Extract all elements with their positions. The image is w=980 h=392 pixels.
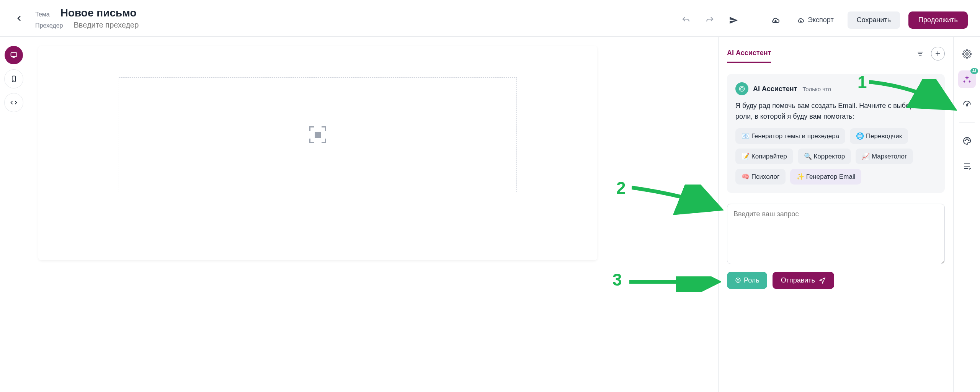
subject-block: Тема Новое письмо Прехедер	[35, 7, 227, 29]
assistant-name: AI Ассистент	[753, 85, 797, 93]
tab-ai-assistant[interactable]: AI Ассистент	[727, 44, 771, 63]
notes-button[interactable]	[958, 157, 976, 175]
svg-point-7	[966, 105, 968, 106]
role-chip-list: 📧 Генератор темы и прехедера 🌐 Переводчи…	[735, 128, 936, 185]
view-desktop-button[interactable]	[5, 46, 23, 64]
placeholder-icon	[309, 126, 326, 143]
back-button[interactable]	[12, 11, 26, 25]
role-button-label: Роль	[744, 276, 760, 284]
continue-button[interactable]: Продолжить	[908, 11, 968, 29]
cloud-upload-button[interactable]	[768, 13, 783, 28]
svg-point-9	[967, 139, 967, 140]
prompt-input[interactable]	[727, 204, 945, 264]
message-time: Только что	[802, 86, 831, 92]
role-chip-proofreader[interactable]: 🔍 Корректор	[798, 149, 851, 164]
svg-point-8	[965, 140, 965, 141]
role-chip-psychologist[interactable]: 🧠 Психолог	[735, 169, 786, 185]
role-chip-translator[interactable]: 🌐 Переводчик	[850, 128, 908, 144]
undo-button[interactable]	[678, 13, 694, 28]
palette-button[interactable]	[958, 132, 976, 150]
export-button[interactable]: Экспорт	[792, 12, 839, 28]
ai-sparkle-button[interactable]: AI	[958, 70, 976, 88]
editor-canvas[interactable]	[28, 37, 718, 392]
role-chip-marketer[interactable]: 📈 Маркетолог	[856, 149, 913, 164]
collapse-icon[interactable]	[913, 47, 927, 60]
send-button-label: Отправить	[781, 276, 815, 284]
speed-button[interactable]	[958, 96, 976, 113]
export-label: Экспорт	[808, 16, 834, 24]
role-chip-email-generator[interactable]: ✨ Генератор Email	[790, 169, 861, 185]
send-button[interactable]: Отправить	[773, 272, 834, 289]
view-code-button[interactable]	[5, 93, 23, 112]
tool-rail: AI	[953, 37, 980, 392]
view-mobile-button[interactable]	[5, 70, 23, 88]
svg-point-6	[966, 53, 968, 55]
ai-badge: AI	[970, 68, 978, 74]
redo-button[interactable]	[702, 13, 717, 28]
role-button[interactable]: Роль	[727, 272, 767, 289]
message-text: Я буду рад помочь вам создать Email. Нач…	[735, 101, 936, 122]
svg-point-10	[968, 140, 969, 141]
preheader-input[interactable]	[74, 21, 227, 29]
svg-point-3	[741, 88, 743, 90]
svg-rect-0	[11, 52, 17, 56]
assistant-message: AI Ассистент Только что Я буду рад помоч…	[727, 74, 945, 193]
svg-point-5	[737, 279, 739, 281]
assistant-avatar-icon	[735, 82, 748, 95]
add-button[interactable]	[931, 47, 945, 60]
save-button[interactable]: Сохранить	[848, 11, 900, 29]
canvas-paper	[38, 46, 597, 260]
ai-assistant-panel: AI Ассистент AI Ассистент Только что Я б…	[718, 37, 953, 392]
role-chip-subject-generator[interactable]: 📧 Генератор темы и прехедера	[735, 128, 845, 144]
role-chip-copywriter[interactable]: 📝 Копирайтер	[735, 149, 793, 164]
svg-point-2	[739, 86, 744, 91]
subject-label: Тема	[35, 11, 50, 18]
send-test-button[interactable]	[726, 13, 741, 28]
settings-button[interactable]	[958, 45, 976, 63]
subject-value[interactable]: Новое письмо	[60, 7, 137, 19]
svg-point-4	[736, 278, 740, 283]
drop-zone[interactable]	[119, 77, 517, 192]
preheader-label: Прехедер	[35, 22, 63, 29]
